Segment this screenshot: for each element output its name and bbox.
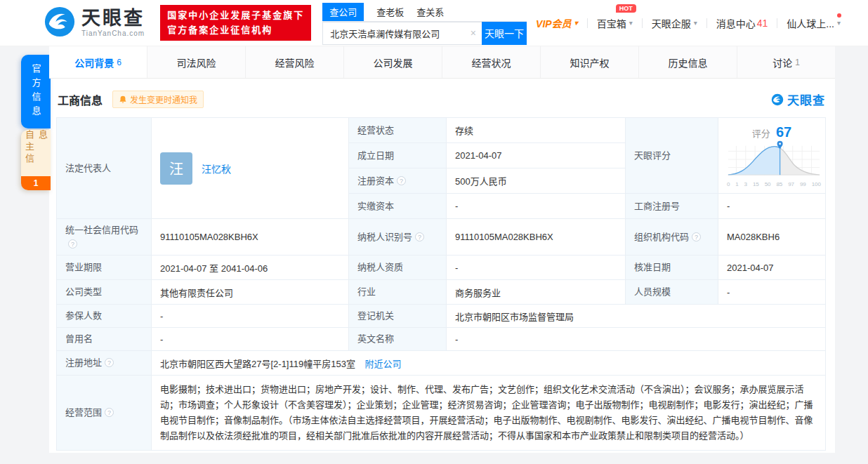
chevron-down-icon: ▾ (629, 19, 633, 27)
tianyancha-logo-icon (44, 6, 76, 41)
field-value-registry: 北京市朝阳区市场监督管理局 (455, 312, 574, 322)
notification-dot (837, 13, 841, 18)
field-label-taxpayer-id: 纳税人识别号 (357, 232, 412, 242)
field-label-established: 成立日期 (357, 150, 394, 161)
message-count-badge: 41 (757, 18, 768, 29)
field-value-industry: 商务服务业 (455, 288, 501, 298)
legal-rep-link[interactable]: 汪忆秋 (202, 161, 231, 175)
tab-judicial-risk[interactable]: 司法风险 (147, 46, 246, 78)
score-axis-ticks: 0131550859799100 (727, 181, 821, 187)
enterprise-service-menu[interactable]: 天眼企服 ▾ (643, 16, 706, 30)
field-label-english-name: 英文名称 (357, 333, 394, 344)
hot-badge: HOT (616, 4, 636, 13)
gov-certification-badge: 国家中小企业发展子基金旗下 官方备案企业征信机构 (160, 5, 311, 40)
score-chart[interactable]: 评分67 (718, 118, 826, 194)
tianyancha-company-page: 天眼查 TianYanCha.com 国家中小企业发展子基金旗下 官方备案企业征… (0, 0, 868, 464)
help-icon[interactable]: ? (692, 232, 701, 241)
chevron-down-icon: ▾ (574, 19, 578, 27)
field-label-address: 注册地址 (65, 357, 102, 368)
field-label-score: 天眼评分 (634, 150, 671, 161)
field-value-company-type: 其他有限责任公司 (160, 288, 233, 298)
search-tab-boss[interactable]: 查老板 (376, 3, 404, 21)
field-value-reg-number: - (727, 201, 730, 211)
field-label-reg-number: 工商注册号 (634, 201, 680, 211)
help-icon[interactable]: ? (105, 408, 114, 417)
tab-company-development[interactable]: 公司发展 (344, 46, 442, 78)
field-value-english-name: - (455, 334, 458, 345)
sidebar-tab-official-info[interactable]: 官方信息 (21, 55, 51, 128)
header: 天眼查 TianYanCha.com 国家中小企业发展子基金旗下 官方备案企业征… (0, 0, 868, 46)
score-value: 67 (776, 124, 791, 140)
tianyancha-watermark: 天眼查 (771, 91, 825, 108)
notify-on-change-button[interactable]: 发生变更时通知我 (112, 91, 204, 108)
help-icon[interactable]: ? (68, 239, 77, 248)
search-tabs: 查公司 查老板 查关系 (322, 3, 527, 22)
field-label-reg-capital: 注册资本 (357, 175, 394, 186)
field-label-former-name: 曾用名 (65, 333, 93, 344)
nearby-companies-link[interactable]: 附近公司 (365, 359, 402, 369)
field-label-paid-capital: 实缴资本 (357, 201, 394, 211)
message-center[interactable]: 消息中心 41 (707, 16, 777, 30)
logo-title: 天眼查 (81, 9, 145, 28)
logo-subtitle: TianYanCha.com (81, 29, 145, 37)
field-label-industry: 行业 (357, 286, 376, 297)
field-value-business-term: 2021-04-07 至 2041-04-06 (160, 263, 268, 274)
help-icon[interactable]: ? (415, 232, 424, 241)
tab-operating-risk[interactable]: 经营风险 (246, 46, 344, 78)
field-label-registry: 登记机关 (357, 310, 394, 321)
tianyancha-logo[interactable]: 天眼查 TianYanCha.com (44, 6, 145, 41)
score-distribution-curve (727, 140, 821, 178)
help-icon[interactable]: ? (105, 358, 114, 367)
score-label: 评分 (752, 128, 770, 139)
field-value-taxpayer-quality: - (455, 263, 458, 273)
field-value-paid-capital: - (455, 201, 458, 211)
tab-history-info[interactable]: 历史信息 (639, 46, 737, 78)
tab-discussion[interactable]: 讨论1 (737, 46, 835, 78)
field-label-staff-size: 人员规模 (634, 286, 671, 297)
field-value-org-code: MA028KBH6 (727, 232, 780, 242)
field-label-business-term: 营业期限 (65, 262, 102, 272)
field-value-approval-date: 2021-04-07 (727, 263, 774, 273)
field-label-status: 经营状态 (357, 125, 394, 135)
field-value-insured-count: - (160, 311, 163, 322)
clear-search-icon[interactable]: × (471, 27, 476, 39)
search-input[interactable] (322, 22, 482, 45)
vip-menu[interactable]: VIP会员 ▾ (527, 16, 587, 30)
top-nav: VIP会员 ▾ HOT 百宝箱 ▾ 天眼企服 ▾ 消息中心 41 仙人 (527, 16, 850, 30)
business-info-card: 工商信息 发生变更时通知我 天眼查 法定代表人 汪 汪忆秋 (49, 79, 835, 453)
field-value-business-scope: 电影摄制；技术进出口；货物进出口；房地产开发；设计、制作、代理、发布广告；文艺创… (160, 384, 813, 441)
search-tab-company[interactable]: 查公司 (322, 3, 364, 21)
search-button[interactable]: 天眼一下 (482, 22, 527, 45)
field-value-taxpayer-id: 91110105MA028KBH6X (455, 232, 553, 242)
sidebar-tab-self-info[interactable]: 自主信息 1 (21, 130, 51, 190)
field-value-former-name: - (160, 334, 163, 345)
tab-intellectual-property[interactable]: 知识产权 (541, 46, 639, 78)
field-value-reg-capital: 500万人民币 (455, 176, 507, 187)
sidebar-self-info-count-badge: 1 (21, 176, 51, 190)
user-menu[interactable]: 仙人球上... ▾ (777, 16, 850, 30)
field-label-legal-rep: 法定代表人 (65, 163, 111, 173)
field-value-address: 北京市朝阳区西大望路27号[2-1]119幢平房153室 (160, 359, 355, 369)
search-block: 查公司 查老板 查关系 × 天眼一下 (322, 3, 527, 45)
help-icon[interactable]: ? (397, 176, 406, 185)
field-label-approval-date: 核准日期 (634, 262, 671, 272)
toolbox-menu[interactable]: HOT 百宝箱 ▾ (588, 16, 642, 30)
bell-icon (119, 95, 127, 104)
field-label-insured-count: 参保人数 (65, 310, 102, 321)
tab-operating-status[interactable]: 经营状况 (442, 46, 541, 78)
field-label-company-type: 公司类型 (65, 286, 102, 297)
field-value-staff-size: - (727, 287, 730, 298)
legal-rep-avatar[interactable]: 汪 (160, 152, 192, 185)
field-value-credit-code: 91110105MA028KBH6X (160, 232, 258, 242)
tab-company-background[interactable]: 公司背景6 (49, 46, 147, 78)
field-label-taxpayer-quality: 纳税人资质 (357, 262, 403, 272)
section-title: 工商信息 (58, 91, 103, 108)
field-label-org-code: 组织机构代码 (634, 232, 689, 242)
search-tab-relation[interactable]: 查关系 (416, 3, 444, 21)
field-value-established: 2021-04-07 (455, 150, 502, 161)
company-tabbar: 公司背景6 司法风险 经营风险 公司发展 经营状况 知识产权 历史信息 讨论1 (49, 46, 835, 79)
field-value-status: 存续 (455, 126, 473, 136)
chevron-down-icon: ▾ (694, 19, 697, 27)
tianyancha-watermark-icon (771, 93, 784, 106)
field-label-credit-code: 统一社会信用代码 (65, 225, 138, 235)
